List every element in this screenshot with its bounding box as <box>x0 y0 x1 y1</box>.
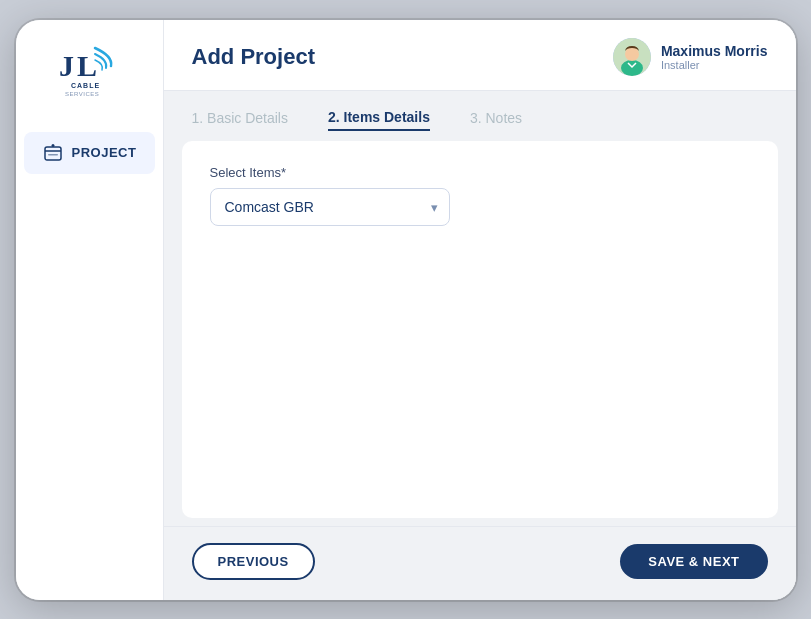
project-icon <box>42 142 64 164</box>
svg-rect-4 <box>45 147 61 160</box>
select-items-label: Select Items* <box>210 165 750 180</box>
user-text: Maximus Morris Installer <box>661 43 768 71</box>
sidebar: J L CABLE SERVICES <box>16 20 164 600</box>
device-frame: J L CABLE SERVICES <box>16 20 796 600</box>
footer: PREVIOUS SAVE & NEXT <box>164 526 796 600</box>
step-notes[interactable]: 3. Notes <box>470 110 522 130</box>
page-title: Add Project <box>192 44 315 70</box>
step-items-details[interactable]: 2. Items Details <box>328 109 430 131</box>
user-info: Maximus Morris Installer <box>613 38 768 76</box>
svg-point-5 <box>51 144 54 147</box>
avatar <box>613 38 651 76</box>
company-logo: J L CABLE SERVICES <box>53 38 125 98</box>
select-items-dropdown[interactable]: Comcast GBR Option 2 Option 3 <box>210 188 450 226</box>
header: Add Project <box>164 20 796 91</box>
svg-text:SERVICES: SERVICES <box>65 91 99 97</box>
sidebar-item-project[interactable]: PROJECT <box>24 132 155 174</box>
svg-rect-6 <box>48 154 58 156</box>
user-name: Maximus Morris <box>661 43 768 59</box>
select-items-wrapper: Comcast GBR Option 2 Option 3 ▾ <box>210 188 450 226</box>
save-next-button[interactable]: SAVE & NEXT <box>620 544 767 579</box>
user-role: Installer <box>661 59 768 71</box>
svg-text:CABLE: CABLE <box>71 82 100 89</box>
step-basic-details[interactable]: 1. Basic Details <box>192 110 288 130</box>
stepper: 1. Basic Details 2. Items Details 3. Not… <box>164 91 796 141</box>
form-area: Select Items* Comcast GBR Option 2 Optio… <box>182 141 778 518</box>
svg-text:J: J <box>59 49 74 82</box>
previous-button[interactable]: PREVIOUS <box>192 543 315 580</box>
svg-point-9 <box>625 47 639 61</box>
logo-area: J L CABLE SERVICES <box>53 38 125 98</box>
sidebar-item-label-project: PROJECT <box>72 145 137 160</box>
sidebar-nav: PROJECT <box>16 130 163 176</box>
main-content: Add Project <box>164 20 796 600</box>
